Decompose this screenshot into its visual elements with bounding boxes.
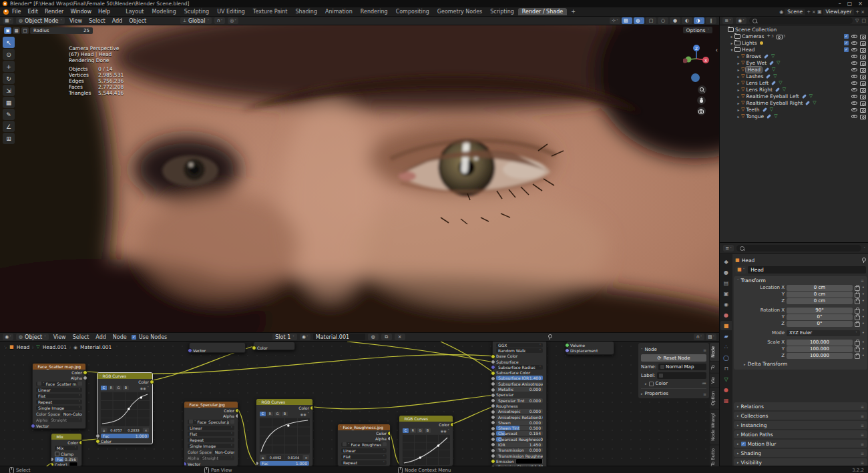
measure-tool[interactable]: ∠ <box>3 121 15 132</box>
input-socket[interactable] <box>491 410 495 414</box>
dropdown-single-image[interactable]: Single Image˅ <box>188 444 234 448</box>
orientation-dropdown[interactable]: ⟂Global˅ <box>180 17 212 24</box>
hide-in-viewport-icon[interactable] <box>851 101 857 105</box>
outliner-options-icon[interactable]: □ <box>861 18 866 23</box>
node-color-checkbox[interactable] <box>649 382 654 386</box>
outliner-row-head[interactable]: ▾Head✓ <box>720 46 868 53</box>
panel-motion-blur[interactable]: ▸✓Motion Blur≡ <box>734 440 867 448</box>
input-socket[interactable] <box>491 420 495 425</box>
dropdown-linear[interactable]: Linear˅ <box>188 426 234 430</box>
expand-arrow[interactable]: ▾ <box>729 47 734 52</box>
pan-view-icon[interactable] <box>697 96 706 105</box>
fac-slider[interactable]: Fac0.356 <box>55 457 78 462</box>
dropdown-repeat[interactable]: Repeat˅ <box>188 438 234 442</box>
properties-tab-material[interactable]: ● <box>720 385 732 394</box>
disable-in-renders-icon[interactable] <box>860 107 866 112</box>
ne-view-menu[interactable]: View <box>51 334 68 340</box>
view-menu[interactable]: View <box>67 18 84 24</box>
expand-arrow[interactable]: ▸ <box>729 41 734 45</box>
vector-socket[interactable] <box>188 348 192 353</box>
radius-slider[interactable]: Radius 25 <box>30 27 93 34</box>
use-nodes-checkbox[interactable]: ✓ <box>132 335 136 340</box>
bsdf-slider[interactable]: Sheen0.000 <box>496 420 543 425</box>
pause-render-icon[interactable]: ‖ <box>706 17 716 24</box>
bsdf-slider[interactable]: Clearcoat Roughness0.124 <box>496 437 543 442</box>
outliner-row-lashes[interactable]: ▸▽Lashes▽ <box>720 73 868 79</box>
bsdf-anisotropic-rotation[interactable]: Anisotropic Rotation0.000 <box>493 414 546 420</box>
channel-g-button[interactable]: G <box>274 412 280 416</box>
pin-icon[interactable] <box>861 258 866 263</box>
axis-gizmo-icon[interactable]: Z X <box>683 43 710 69</box>
dropdown-repeat[interactable]: Repeat˅ <box>36 400 82 404</box>
vector-input-socket[interactable] <box>31 424 35 428</box>
fac-slider[interactable]: Fac1.000 <box>101 434 149 438</box>
remove-viewlayer-icon[interactable]: × <box>861 9 865 15</box>
color-space-dropdown[interactable]: Non-Color˅ <box>61 412 82 416</box>
bsdf-slider[interactable]: Subsurface IOR1.400 <box>496 376 543 380</box>
expand-arrow[interactable]: ▸ <box>736 107 741 112</box>
input-socket[interactable] <box>491 432 495 436</box>
delete-point-icon[interactable]: × <box>303 455 309 460</box>
color-output-socket[interactable] <box>79 440 82 445</box>
channel-g-button[interactable]: G <box>116 386 122 390</box>
shading-rendered-icon[interactable]: ◑˅ <box>694 17 704 24</box>
transform-tool[interactable]: ▦ <box>3 97 15 108</box>
scale-tool[interactable]: ⇲ <box>3 85 15 96</box>
input-socket[interactable] <box>491 365 495 370</box>
workspace-tab-render-shade[interactable]: Render / Shade <box>518 8 567 15</box>
color-output-socket[interactable] <box>387 431 391 436</box>
alpha-output-socket[interactable] <box>83 376 87 380</box>
slot-dropdown[interactable]: Slot 1˅ <box>272 334 296 340</box>
dropdown-linear[interactable]: Linear˅ <box>341 448 387 453</box>
properties-tab-object-data[interactable]: ▽ <box>720 374 732 384</box>
viewlayer-selector[interactable]: ViewLayer <box>823 9 855 15</box>
cursor-tool[interactable]: ⊙ <box>3 49 15 60</box>
expand-arrow[interactable]: ▸ <box>736 101 741 105</box>
workspace-tab-modeling[interactable]: Modeling <box>148 8 180 15</box>
outliner-row-cameras[interactable]: ▸Cameras+33✓ <box>720 33 868 39</box>
panel-motion-paths[interactable]: ▸Motion Paths≡ <box>734 430 867 438</box>
animate-dot-icon[interactable]: • <box>862 321 865 326</box>
workspace-tab-scripting[interactable]: Scripting <box>486 8 518 15</box>
outliner-item-label[interactable]: Head <box>746 67 762 73</box>
panel-checkbox[interactable]: ✓ <box>741 442 746 446</box>
bsdf-slider[interactable]: Anisotropic Rotation0.000 <box>496 415 543 420</box>
bsdf-clearcoat-roughness[interactable]: Clearcoat Roughness0.124 <box>493 436 546 442</box>
channel-g-button[interactable]: G <box>417 428 423 433</box>
outliner-item-label[interactable]: Lens Right <box>746 87 772 93</box>
alpha-mode-dropdown[interactable]: Straight˅ <box>49 418 82 422</box>
shading-material-icon[interactable]: ◐ <box>682 17 692 24</box>
sidebar-tab-node[interactable]: Node <box>710 343 719 361</box>
workspace-tab-uv-editing[interactable]: UV Editing <box>213 8 249 15</box>
animate-dot-icon[interactable]: • <box>862 340 865 345</box>
bsdf-slider[interactable]: Subsurface Anisotropy0.000 <box>496 382 543 386</box>
expand-arrow[interactable]: ▸ <box>736 54 741 59</box>
bsdf-anisotropic[interactable]: Anisotropic0.000 <box>493 409 546 414</box>
gizmo-toggle-icon[interactable]: ⊹˅ <box>610 17 620 24</box>
curve-x-value[interactable]: 0.4757 <box>108 428 124 432</box>
exclude-checkbox[interactable]: ✓ <box>844 47 849 52</box>
bsdf-ggx[interactable]: GGX˅ <box>493 342 546 348</box>
disable-in-renders-icon[interactable] <box>860 94 866 99</box>
delta-transform-panel[interactable]: ▸Delta Transform <box>740 360 866 368</box>
alpha-output-socket[interactable] <box>235 414 238 418</box>
input-socket[interactable] <box>491 448 495 453</box>
color1-input-socket[interactable] <box>51 462 54 466</box>
bsdf-slider[interactable]: Anisotropic0.000 <box>496 409 543 414</box>
delete-point-icon[interactable]: × <box>143 428 149 432</box>
color-output-socket[interactable] <box>450 422 453 427</box>
select-box-tool[interactable]: ↖ <box>3 37 15 48</box>
animate-dot-icon[interactable]: • <box>862 353 865 358</box>
prop-value-field[interactable]: 0 cm <box>787 285 853 291</box>
unlink-scene-icon[interactable]: × <box>812 9 816 15</box>
chevron-down-icon[interactable]: ˅ <box>308 412 310 416</box>
disable-in-renders-icon[interactable] <box>860 87 866 92</box>
channel-c-button[interactable]: C <box>403 428 409 433</box>
panel-instancing[interactable]: ▸Instancing≡ <box>734 421 867 429</box>
object-menu[interactable]: Object <box>127 18 148 24</box>
prop-value-field[interactable]: 0 cm <box>787 292 853 298</box>
bsdf-emission-strength[interactable]: Emission Strength1.000 <box>493 464 546 466</box>
maximize-button[interactable]: ▢ <box>847 1 853 7</box>
animate-dot-icon[interactable]: • <box>862 346 865 352</box>
workspace-tab-animation[interactable]: Animation <box>321 8 357 15</box>
